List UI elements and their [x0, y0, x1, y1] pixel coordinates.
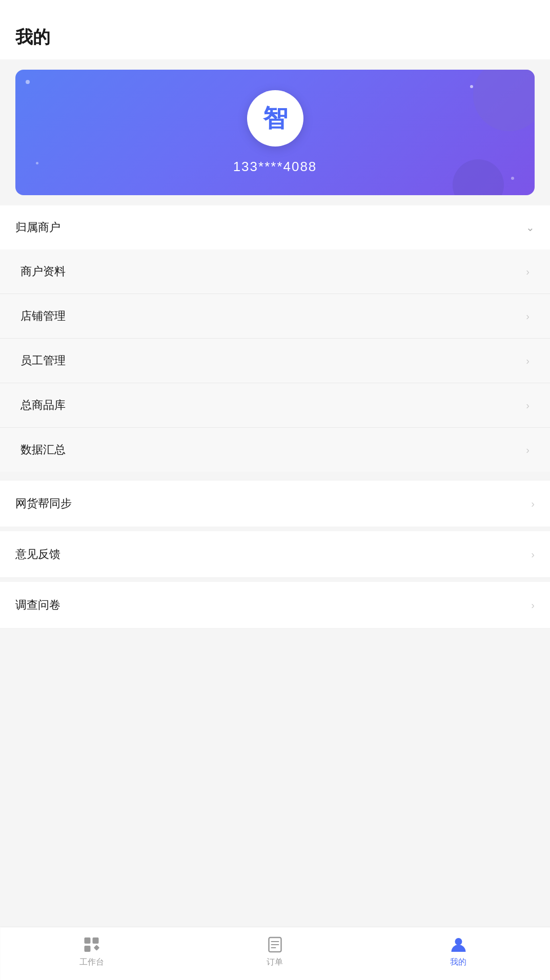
menu-item-product-library-label: 总商品库: [21, 398, 66, 413]
chevron-right-icon: ›: [526, 355, 529, 367]
chevron-right-icon: ›: [526, 444, 529, 456]
menu-item-store-manage[interactable]: 店铺管理 ›: [0, 294, 550, 339]
menu-item-merchant-info-label: 商户资料: [21, 264, 66, 279]
merchant-section-title: 归属商户: [15, 220, 60, 235]
user-icon: [449, 935, 467, 954]
decoration-dot-bl: [36, 162, 38, 164]
menu-item-staff-manage[interactable]: 员工管理 ›: [0, 339, 550, 383]
feedback-label: 意见反馈: [15, 547, 60, 562]
avatar-logo: 智: [263, 106, 288, 131]
merchant-section-header[interactable]: 归属商户 ⌄: [0, 205, 550, 249]
workbench-icon: [83, 935, 101, 954]
nav-mine-label: 我的: [450, 957, 466, 968]
phone-number: 133****4088: [233, 159, 317, 175]
svg-rect-1: [93, 937, 99, 944]
menu-item-store-manage-label: 店铺管理: [21, 308, 66, 324]
svg-rect-2: [85, 946, 91, 952]
survey-label: 调查问卷: [15, 597, 60, 613]
chevron-down-icon: ⌄: [526, 221, 535, 234]
decoration-dot-br: [511, 177, 514, 180]
svg-rect-3: [94, 945, 99, 950]
chevron-right-icon: ›: [526, 310, 529, 322]
page-title: 我的: [15, 26, 535, 49]
avatar: 智: [247, 90, 303, 147]
menu-item-data-summary[interactable]: 数据汇总 ›: [0, 428, 550, 472]
sync-label: 网货帮同步: [15, 496, 72, 511]
nav-item-workbench[interactable]: 工作台: [66, 935, 117, 968]
page-header: 我的: [0, 0, 550, 59]
decoration-dot-tr: [470, 85, 473, 88]
merchant-menu: 商户资料 › 店铺管理 › 员工管理 › 总商品库 › 数据汇总 ›: [0, 249, 550, 472]
chevron-right-icon: ›: [531, 498, 535, 510]
menu-item-product-library[interactable]: 总商品库 ›: [0, 383, 550, 428]
chevron-right-icon: ›: [526, 400, 529, 411]
svg-point-8: [455, 938, 462, 945]
merchant-section: 归属商户 ⌄ 商户资料 › 店铺管理 › 员工管理 › 总商品库 › 数据汇总: [0, 205, 550, 472]
menu-item-merchant-info[interactable]: 商户资料 ›: [0, 249, 550, 294]
nav-item-orders[interactable]: 订单: [249, 935, 300, 968]
chevron-right-icon: ›: [526, 266, 529, 278]
survey-row[interactable]: 调查问卷 ›: [0, 582, 550, 629]
profile-card: 智 133****4088: [15, 70, 535, 195]
bottom-nav: 工作台 订单 我的: [0, 927, 550, 980]
orders-icon: [266, 935, 284, 954]
feedback-row[interactable]: 意见反馈 ›: [0, 531, 550, 578]
chevron-right-icon: ›: [531, 599, 535, 611]
menu-item-data-summary-label: 数据汇总: [21, 442, 66, 457]
sync-row[interactable]: 网货帮同步 ›: [0, 480, 550, 527]
chevron-right-icon: ›: [531, 549, 535, 560]
menu-item-staff-manage-label: 员工管理: [21, 353, 66, 368]
nav-orders-label: 订单: [267, 957, 283, 968]
nav-item-mine[interactable]: 我的: [433, 935, 484, 968]
svg-rect-0: [85, 937, 91, 944]
decoration-dot-tl: [26, 80, 30, 84]
nav-workbench-label: 工作台: [79, 957, 104, 968]
